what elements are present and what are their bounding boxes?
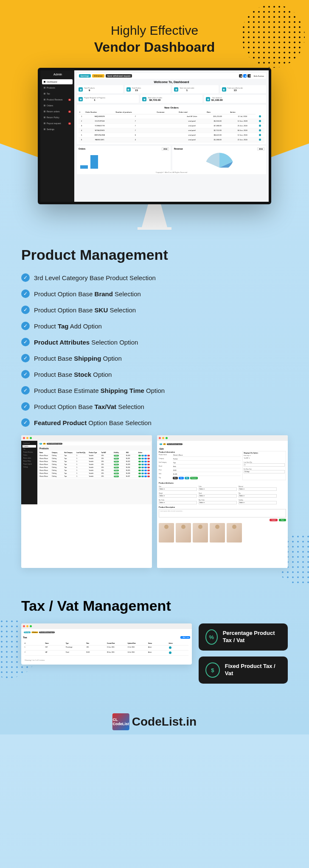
- feature-item: ✓3rd Level Category Base Product Selecti…: [21, 273, 288, 282]
- orders-bar-chart: [79, 152, 169, 169]
- check-icon: ✓: [21, 418, 30, 427]
- section-title: Tax / Vat Management: [21, 598, 288, 614]
- section-title: Product Management: [21, 247, 288, 263]
- icon-button[interactable]: ■: [243, 74, 247, 78]
- screenshots-row: DashboardProductsTaxProduct ReviewsOrder…: [21, 435, 288, 568]
- year-selector[interactable]: 2024: [162, 147, 169, 150]
- table-row: 3YCRE45TTR7viral patel$7,180.0025 Jun, 2…: [79, 123, 264, 128]
- save-button[interactable]: Save: [279, 519, 286, 521]
- earnings-button[interactable]: Earnings: [79, 74, 91, 78]
- check-icon: ✓: [21, 273, 30, 282]
- product-thumbnail[interactable]: [159, 523, 174, 542]
- products-screenshot: DashboardProductsTaxProduct ReviewsOrder…: [21, 435, 152, 568]
- check-icon: ✓: [21, 306, 30, 314]
- icon-button[interactable]: ⚙: [247, 74, 251, 78]
- view-icon[interactable]: [259, 129, 261, 131]
- monitor-stand: [133, 204, 176, 230]
- product-thumbnail[interactable]: [176, 523, 191, 542]
- dollar-icon: $: [205, 662, 220, 678]
- view-icon[interactable]: [259, 134, 261, 136]
- codelist-text: CodeList.in: [132, 715, 197, 729]
- product-thumbnail[interactable]: [193, 523, 208, 542]
- dashboard-topbar: Earnings Withdraw Send withdrawal reques…: [77, 73, 266, 79]
- feature-item: ✓Product Tag Add Option: [21, 322, 288, 330]
- check-icon: ✓: [21, 338, 30, 346]
- new-orders-card: New Orders #Order NumberNumber of produc…: [77, 105, 266, 144]
- orders-chart-title: Orders: [79, 147, 85, 150]
- check-icon: ✓: [21, 386, 30, 395]
- tax-feature-cards: %Percentage Product Tax / Vat$Fixed Prod…: [199, 623, 288, 684]
- check-icon: ✓: [21, 354, 30, 362]
- icon-button[interactable]: ■: [239, 74, 242, 78]
- sidebar-item[interactable]: Products: [42, 85, 73, 90]
- orders-table: #Order NumberNumber of productsCustomerO…: [79, 110, 264, 142]
- view-icon[interactable]: [259, 115, 261, 117]
- stats-row-2: ▣Payout Request In Progress1▣Total value…: [77, 95, 266, 103]
- new-orders-title: New Orders: [79, 106, 264, 109]
- feature-item: ✓Product Option Base Tax/Vat Selection: [21, 402, 288, 411]
- withdraw-button[interactable]: Withdraw: [92, 74, 104, 78]
- table-row: 6FAS8111EC4viral patel$1,183.0022 Jun, 2…: [79, 137, 264, 142]
- dashboard-sidebar: Admin DashboardProductsTaxProduct Review…: [40, 70, 74, 202]
- tax-feature-card: $Fixed Product Tax / Vat: [199, 657, 288, 684]
- dashboard-footer: Copyright © AlexCart, All Rights Reserve…: [77, 170, 266, 174]
- feature-item: ✓Product Base Estimate Shipping Time Opt…: [21, 386, 288, 395]
- edit-title: Edit: [159, 447, 286, 451]
- percent-icon: %: [205, 629, 218, 645]
- hero-subtitle: Highly Effective: [0, 23, 309, 38]
- view-icon[interactable]: [259, 139, 261, 141]
- sidebar-item[interactable]: Dashboard: [42, 79, 73, 84]
- monitor-mockup: Admin DashboardProductsTaxProduct Review…: [38, 68, 271, 230]
- sidebar-item[interactable]: Return orders2: [42, 109, 73, 114]
- table-row: 5BROZNLHN86viral patel$8,442.0012 Jun, 2…: [79, 133, 264, 137]
- codelist-watermark: CLCodeList CodeList.in: [112, 713, 197, 730]
- sidebar-brand: Admin: [42, 73, 73, 76]
- feature-item: ✓Product Option Base SKU Selection: [21, 306, 288, 314]
- feature-list: ✓3rd Level Category Base Product Selecti…: [21, 273, 288, 427]
- year-selector[interactable]: 2024: [257, 147, 264, 150]
- feature-item: ✓Product Attributes Selection Option: [21, 338, 288, 346]
- stats-row-1: ▣Total Products9▣Total Orders15▣Total re…: [77, 85, 266, 93]
- check-icon: ✓: [21, 402, 30, 411]
- user-name[interactable]: Bella Fashion: [254, 75, 264, 77]
- orders-chart-card: Orders2024: [77, 146, 171, 170]
- table-row: 2CCXTJP55H7viral patel$5,910.0012 Jun, 2…: [79, 119, 264, 123]
- codelist-logo-icon: CLCodeList: [112, 713, 129, 730]
- view-icon[interactable]: [259, 120, 261, 122]
- sidebar-item[interactable]: Product Reviews3: [42, 97, 73, 102]
- check-icon: ✓: [21, 370, 30, 378]
- sidebar-item[interactable]: Payout request1: [42, 121, 73, 126]
- send-withdrawal-button[interactable]: Send withdrawal request: [106, 74, 132, 78]
- products-title: Products: [39, 446, 151, 451]
- view-icon[interactable]: [259, 125, 261, 127]
- feature-item: ✓Product Base Stock Option: [21, 370, 288, 378]
- add-new-button[interactable]: + Add new: [180, 636, 190, 639]
- sidebar-item[interactable]: Orders: [42, 103, 73, 108]
- dashboard-main: Earnings Withdraw Send withdrawal reques…: [74, 70, 269, 202]
- sidebar-item[interactable]: Return Policy: [42, 115, 73, 120]
- hero-section: Highly Effective Vendor Dashboard Admin …: [0, 0, 309, 230]
- stat-card: ▣Total Products9: [77, 85, 123, 93]
- product-thumbnail[interactable]: [227, 523, 242, 542]
- check-icon: ✓: [21, 289, 30, 298]
- check-icon: ✓: [21, 322, 30, 330]
- hero-title: Vendor Dashboard: [0, 39, 309, 55]
- cancel-button[interactable]: Cancel: [270, 519, 278, 521]
- welcome-text: Wellcome To, Dashboard: [77, 81, 266, 83]
- revenue-pie-chart: [205, 152, 234, 169]
- stat-card: ▣Your balance$1,100.00: [204, 95, 266, 103]
- revenue-chart-card: Revenue2024: [172, 146, 266, 170]
- product-images: [159, 523, 286, 542]
- edit-product-screenshot: EWSend withdrawal request Edit Product I…: [157, 435, 288, 568]
- revenue-chart-title: Revenue: [174, 147, 183, 150]
- feature-item: ✓Featured Product Option Base Selection: [21, 418, 288, 427]
- tax-section: Tax / Vat Management EarningsWithdrawSen…: [0, 585, 309, 734]
- stat-card: ▣Total Orders15: [125, 85, 171, 93]
- product-thumbnail[interactable]: [210, 523, 225, 542]
- feature-item: ✓Product Base Shipping Option: [21, 354, 288, 362]
- tax-feature-card: %Percentage Product Tax / Vat: [199, 623, 288, 651]
- product-management-section: Product Management ✓3rd Level Category B…: [0, 230, 309, 585]
- sidebar-item[interactable]: Settings: [42, 127, 73, 132]
- stat-card: ▣Payout Request In Progress1: [77, 95, 139, 103]
- sidebar-item[interactable]: Tax: [42, 91, 73, 96]
